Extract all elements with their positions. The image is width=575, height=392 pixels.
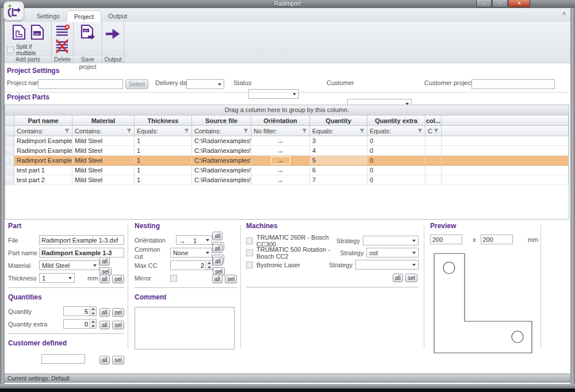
thickness-sel-button[interactable]: sel <box>112 275 124 283</box>
cell-material[interactable]: Mild Steel <box>72 175 135 185</box>
chevron-down-icon[interactable] <box>66 274 74 282</box>
spin-down-icon[interactable] <box>90 312 96 316</box>
column-header-thickness[interactable]: Thickness <box>135 116 192 126</box>
chevron-down-icon[interactable] <box>216 80 223 88</box>
thickness-all-button[interactable]: all <box>99 275 110 283</box>
machine-2-strategy-select[interactable]: ost <box>366 248 419 258</box>
cell-thickness[interactable]: 1 <box>135 156 192 166</box>
mirror-all-button[interactable]: all <box>212 275 223 283</box>
orientation-all-button[interactable]: all <box>212 232 223 240</box>
app-menu-button[interactable] <box>3 1 24 21</box>
cell-material[interactable]: Mild Steel <box>72 136 135 146</box>
chevron-down-icon[interactable] <box>91 262 98 269</box>
preview-height-input[interactable] <box>481 235 513 244</box>
tab-project[interactable]: Project <box>67 10 101 22</box>
filter-funnel-icon[interactable] <box>184 128 189 133</box>
column-header-material[interactable]: Material <box>72 116 135 126</box>
filter-source-file[interactable]: Contains: <box>192 126 251 136</box>
filter-quantity[interactable]: Equals: <box>310 126 367 136</box>
filter-funnel-icon[interactable] <box>359 128 365 133</box>
spin-up-icon[interactable] <box>90 320 96 324</box>
cell-material[interactable]: Mild Steel <box>72 146 135 156</box>
row-selector[interactable] <box>5 166 14 175</box>
chevron-down-icon[interactable] <box>204 249 211 256</box>
tab-settings[interactable]: Settings <box>30 10 67 22</box>
cell-col[interactable] <box>425 166 442 175</box>
file-input[interactable] <box>39 235 124 245</box>
quantity-sel-button[interactable]: sel <box>112 308 124 317</box>
customer-project-input[interactable] <box>471 79 555 89</box>
select-button[interactable]: Select <box>125 79 148 89</box>
column-header-col[interactable]: col... <box>425 116 442 126</box>
column-header-quantity[interactable]: Quantity <box>310 116 367 126</box>
cell-quantity[interactable]: 5 <box>310 156 367 166</box>
cell-source-file[interactable]: C:\Radan\examples\dxfs\... <box>192 156 251 166</box>
status-select[interactable] <box>248 89 299 99</box>
material-select[interactable]: Mild Steel <box>39 260 99 270</box>
cell-part-name[interactable]: Radimport Example 1-3 <box>14 156 72 166</box>
cell-col[interactable] <box>425 146 442 156</box>
add-part-icon[interactable] <box>12 24 26 40</box>
cell-part-name[interactable]: Radimport Example 1-2 <box>14 146 72 156</box>
filter-col[interactable]: C <box>425 126 442 136</box>
cell-quantity-extra[interactable]: 0 <box>367 166 425 175</box>
quantity-stepper[interactable] <box>63 306 97 316</box>
cell-quantity-extra[interactable]: 0 <box>367 156 425 166</box>
filter-thickness[interactable]: Equals: <box>135 126 192 136</box>
maximize-button[interactable]: ▫ <box>492 0 508 7</box>
spin-up-icon[interactable] <box>206 261 212 266</box>
machine-1-checkbox[interactable] <box>246 237 253 244</box>
machines-all-button[interactable]: all <box>393 274 403 282</box>
machine-1-strategy-select[interactable] <box>363 236 419 245</box>
common-cut-all-button[interactable]: all <box>212 244 223 253</box>
row-selector[interactable] <box>5 175 14 185</box>
spin-down-icon[interactable] <box>206 266 212 270</box>
column-header-part-name[interactable]: Part name <box>14 116 72 126</box>
group-by-bar[interactable]: Drag a column here to group by this colu… <box>5 105 569 116</box>
cell-thickness[interactable]: 1 <box>135 146 192 156</box>
customer-defined-sel-button[interactable]: sel <box>112 356 124 364</box>
machine-3-checkbox[interactable] <box>246 262 253 268</box>
filter-funnel-icon[interactable] <box>126 128 132 133</box>
preview-width-input[interactable] <box>430 235 462 244</box>
quantity-extra-stepper[interactable] <box>63 319 97 329</box>
quantity-all-button[interactable]: all <box>99 308 110 317</box>
column-header-quantity-extra[interactable]: Quantity extra <box>367 116 425 126</box>
cell-col[interactable] <box>425 156 442 166</box>
cell-quantity-extra[interactable]: 0 <box>367 136 425 146</box>
quantity-extra-sel-button[interactable]: sel <box>112 321 124 329</box>
filter-funnel-icon[interactable] <box>302 128 307 133</box>
thickness-select[interactable]: 1 <box>39 273 75 283</box>
cell-orientation-focused[interactable]: → <box>251 156 310 166</box>
cell-thickness[interactable]: 1 <box>135 136 192 146</box>
cell-orientation[interactable]: → <box>251 136 310 146</box>
cell-source-file[interactable]: C:\Radan\examples\Tutori... <box>192 166 251 175</box>
spin-up-icon[interactable] <box>90 307 96 312</box>
material-all-button[interactable]: all <box>99 257 110 266</box>
machine-2-checkbox[interactable] <box>246 249 253 256</box>
split-if-multiple-checkbox[interactable] <box>7 47 14 53</box>
cell-source-file[interactable]: C:\Radan\examples\Tutori... <box>192 175 251 185</box>
quantity-input[interactable] <box>64 307 89 316</box>
column-header-source-file[interactable]: Source file <box>192 116 251 126</box>
cell-quantity-extra[interactable]: 0 <box>367 175 425 185</box>
close-button[interactable]: ✕ <box>508 0 530 7</box>
cell-thickness[interactable]: 1 <box>135 166 192 175</box>
delivery-date-select[interactable] <box>186 79 224 89</box>
chevron-down-icon[interactable] <box>204 236 211 244</box>
row-selector[interactable] <box>5 136 14 146</box>
customer-defined-all-button[interactable]: all <box>99 356 110 364</box>
filter-part-name[interactable]: Contains: <box>14 126 72 136</box>
cell-quantity[interactable]: 7 <box>310 175 367 185</box>
cell-quantity-extra[interactable]: 0 <box>367 146 425 156</box>
project-name-input[interactable] <box>38 79 123 89</box>
cell-quantity[interactable]: 6 <box>310 166 367 175</box>
cell-material[interactable]: Mild Steel <box>72 166 135 175</box>
max-cc-stepper[interactable] <box>170 260 213 270</box>
nesting-orientation-select[interactable]: → 1 <box>176 235 212 245</box>
mirror-checkbox[interactable] <box>170 275 177 282</box>
quantity-extra-input[interactable] <box>64 320 89 328</box>
cell-material[interactable]: Mild Steel <box>72 156 135 166</box>
minimize-button[interactable]: – <box>476 0 492 7</box>
collapse-ribbon-icon[interactable]: ^ <box>562 11 566 18</box>
